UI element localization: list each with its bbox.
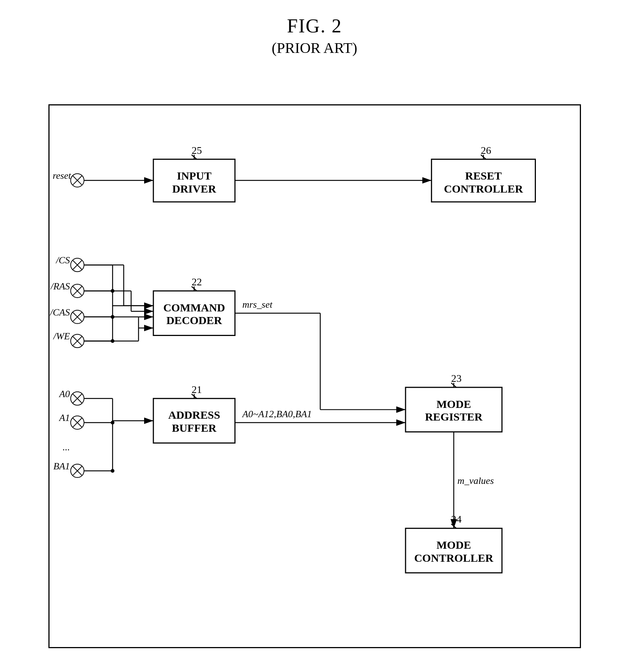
mode-register-label1: MODE (436, 398, 471, 410)
diagram-container: INPUT DRIVER RESET CONTROLLER COMMAND DE… (48, 104, 581, 648)
a1-label: A1 (58, 412, 70, 423)
ref-26: 26 (481, 145, 491, 156)
input-driver-label1: INPUT (177, 169, 212, 182)
cas-label: /CAS (50, 307, 70, 318)
input-driver-label2: DRIVER (172, 183, 216, 195)
m-values-label: m_values (457, 475, 494, 486)
ref-21: 21 (191, 384, 202, 395)
page-subtitle: (PRIOR ART) (0, 39, 629, 57)
we-label: /WE (53, 331, 70, 342)
mode-controller-label1: MODE (436, 539, 471, 551)
cs-label: /CS (55, 255, 70, 266)
junction-ba1 (111, 469, 114, 473)
junction-ras (111, 289, 114, 293)
address-buffer-label1: ADDRESS (168, 409, 220, 421)
reset-controller-label1: RESET (465, 169, 502, 182)
ref-22: 22 (191, 276, 202, 288)
a0-label: A0 (58, 389, 70, 399)
ref-25: 25 (191, 145, 202, 156)
dots-label: ... (63, 442, 70, 453)
addr-bus-label: A0~A12,BA0,BA1 (242, 409, 312, 419)
junction-we (111, 339, 114, 343)
mode-controller-label2: CONTROLLER (414, 552, 493, 564)
command-decoder-label1: COMMAND (163, 301, 225, 314)
mode-register-label2: REGISTER (425, 411, 483, 423)
reset-controller-label2: CONTROLLER (444, 183, 523, 195)
command-decoder-label2: DECODER (166, 314, 222, 326)
mrs-set-label: mrs_set (242, 299, 273, 310)
ras-label: /RAS (50, 281, 70, 292)
page-title: FIG. 2 (0, 0, 629, 37)
junction-a1 (111, 421, 114, 424)
address-buffer-label2: BUFFER (172, 422, 217, 434)
junction-cas (111, 315, 114, 319)
ref-23: 23 (451, 373, 461, 384)
ref-24: 24 (451, 513, 461, 525)
reset-label: reset (53, 170, 71, 181)
ba1-label: BA1 (53, 461, 70, 472)
